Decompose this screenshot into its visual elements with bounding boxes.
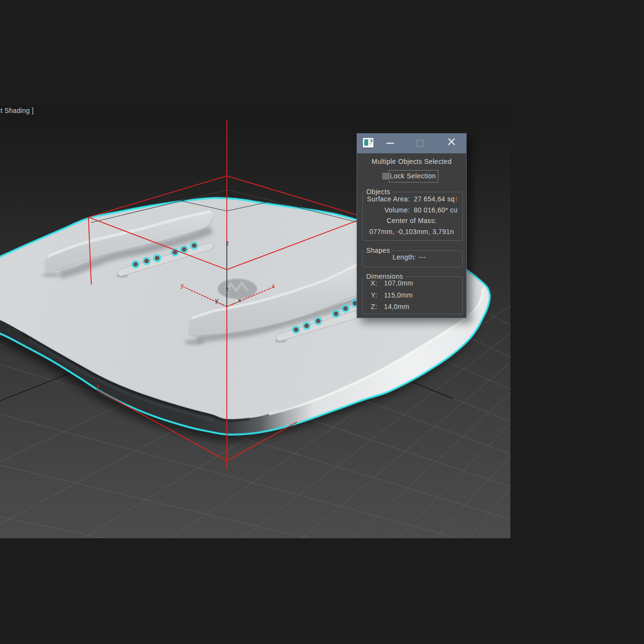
svg-text:x: x xyxy=(272,283,275,289)
svg-text:x: x xyxy=(238,297,241,304)
svg-text:z: z xyxy=(226,286,229,293)
svg-text:y: y xyxy=(181,282,184,289)
svg-text:z: z xyxy=(226,240,229,247)
svg-text:y: y xyxy=(215,297,218,304)
